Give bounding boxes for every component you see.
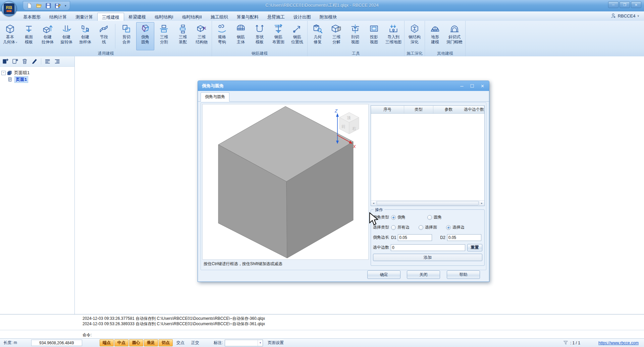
- snap-toggle[interactable]: 切点: [159, 339, 173, 346]
- ribbon-button[interactable]: 剖切 视图˅: [346, 22, 364, 50]
- snap-toggle[interactable]: 正交: [188, 339, 202, 346]
- snap-toggle[interactable]: 中点: [114, 339, 128, 346]
- dialog-minimize-icon[interactable]: ─: [460, 84, 463, 89]
- ribbon-button[interactable]: 导入到 三维地图˅: [384, 22, 403, 50]
- ribbon-button[interactable]: 剪切 合并˅: [117, 22, 136, 50]
- ribbon-button[interactable]: K 三维 结构物˅: [193, 22, 211, 50]
- dialog-titlebar[interactable]: 倒角与圆角 ─ ☐ ✕: [198, 81, 489, 91]
- ribbon-button[interactable]: 钢筋 布置面˅: [269, 22, 287, 50]
- app-logo-button[interactable]: RB CCE: [1, 1, 17, 16]
- menu-tab[interactable]: 算量与配料: [232, 13, 263, 21]
- collapse-icon[interactable]: −: [1, 71, 6, 75]
- menu-tab[interactable]: 临时结构I: [150, 13, 178, 21]
- tab-chamfer-fillet[interactable]: 倒角与圆角: [201, 92, 229, 102]
- page-setup-button[interactable]: 页面设置: [268, 340, 284, 346]
- ribbon-button[interactable]: 创建 旋转体˅: [57, 22, 75, 50]
- ribbon-group-label: 施工深化: [405, 51, 424, 56]
- ribbon-button[interactable]: 斜切式 洞门帽檐˅: [445, 22, 464, 50]
- ok-button[interactable]: 确定: [367, 270, 400, 279]
- radio-option[interactable]: 倒角: [391, 214, 427, 220]
- snap-toggle[interactable]: 端点: [100, 339, 114, 346]
- scrollbar-thumb[interactable]: [377, 201, 479, 205]
- ribbon-button[interactable]: 钢筋 主体˅: [232, 22, 250, 50]
- menu-tab[interactable]: 测量计算: [71, 13, 97, 21]
- new-file-icon[interactable]: [26, 3, 33, 9]
- ribbon-button[interactable]: 三维 装配˅: [174, 22, 192, 50]
- open-file-icon[interactable]: [36, 3, 42, 9]
- close-button[interactable]: ✕: [631, 1, 641, 8]
- reset-button[interactable]: 重置: [467, 244, 482, 251]
- help-button[interactable]: 帮助: [447, 270, 480, 279]
- ribbon-button[interactable]: 地形 建模˅: [426, 22, 444, 50]
- radio-option[interactable]: 选择边: [446, 225, 474, 230]
- website-link[interactable]: https://www.rbcce.com: [598, 341, 639, 345]
- ribbon-button[interactable]: 创建 放样体˅: [76, 22, 94, 50]
- snap-toggle[interactable]: 交点: [173, 339, 187, 346]
- ribbon-button-label: 模板˅: [25, 40, 33, 45]
- radio-option[interactable]: 所有边: [391, 225, 419, 230]
- save-icon[interactable]: [45, 3, 51, 9]
- table-header-cell[interactable]: 参数: [433, 106, 464, 113]
- outdent-icon[interactable]: [44, 58, 51, 65]
- scroll-right-icon[interactable]: ►: [479, 201, 484, 206]
- snap-toggle[interactable]: 圆心: [129, 339, 143, 346]
- rename-icon[interactable]: [31, 58, 38, 65]
- ribbon-button[interactable]: 几何 修复˅: [309, 22, 327, 50]
- user-menu[interactable]: RBCCE4 ∨: [611, 13, 639, 18]
- delete-icon[interactable]: [21, 58, 28, 65]
- save-as-icon[interactable]: [55, 3, 61, 9]
- close-button[interactable]: 关闭: [407, 270, 440, 279]
- ribbon-button[interactable]: 钢结构 深化˅: [406, 22, 424, 50]
- add-button[interactable]: 添加: [373, 254, 482, 261]
- menu-tab[interactable]: 临时结构II: [178, 13, 206, 21]
- model-viewport[interactable]: 顶 前 右 Z X: [202, 104, 369, 260]
- snap-toggle[interactable]: 垂足: [144, 339, 158, 346]
- annotation-combobox[interactable]: ▾: [225, 340, 263, 346]
- minimize-button[interactable]: ─: [608, 1, 619, 8]
- command-row[interactable]: 命令:: [0, 330, 644, 339]
- menu-tab[interactable]: 结构计算: [45, 13, 71, 21]
- ribbon-button[interactable]: 三维 分割˅: [155, 22, 173, 50]
- ribbon-button[interactable]: 投影 视图˅: [365, 22, 383, 50]
- ribbon-button[interactable]: 倒角 圆角˅: [136, 22, 154, 50]
- table-header-cell[interactable]: 类型: [404, 106, 433, 113]
- scroll-left-icon[interactable]: ◄: [371, 201, 376, 206]
- ribbon-button[interactable]: 规格 弯钩˅: [213, 22, 231, 50]
- tree-item-page[interactable]: 页面1: [7, 76, 73, 83]
- ribbon-button[interactable]: 钢筋 位置线˅: [288, 22, 306, 50]
- table-header-cell[interactable]: 选中边个数: [464, 106, 484, 113]
- tree-item-page-group[interactable]: − 页面组1: [1, 69, 73, 76]
- d1-input[interactable]: [398, 234, 432, 241]
- menu-tab[interactable]: 悬臂施工: [263, 13, 289, 21]
- add-page-icon[interactable]: [12, 58, 18, 65]
- add-page-group-icon[interactable]: [2, 58, 9, 65]
- menu-tab[interactable]: 基本图形: [19, 13, 45, 21]
- ribbon-button[interactable]: 形状 模板˅: [251, 22, 269, 50]
- restore-button[interactable]: ❐: [620, 1, 630, 8]
- menu-tab[interactable]: 桥梁建模: [124, 13, 150, 21]
- menu-tab[interactable]: 附加模块: [315, 13, 341, 21]
- selected-edges-input[interactable]: [391, 244, 465, 251]
- indent-icon[interactable]: [54, 58, 61, 65]
- ribbon-button[interactable]: 节段 线˅: [95, 22, 113, 50]
- qat-customize-chevron-icon[interactable]: ▾: [65, 4, 66, 7]
- dialog-maximize-icon[interactable]: ☐: [470, 84, 474, 89]
- section-view-icon: [350, 24, 360, 34]
- ribbon-button[interactable]: 基本 几何体˅: [1, 22, 19, 50]
- radio-option[interactable]: 选择面: [419, 225, 446, 230]
- ribbon-button[interactable]: ˅: [115, 24, 115, 49]
- menu-tab[interactable]: 三维建模: [97, 13, 124, 21]
- table-header-cell[interactable]: 序号: [371, 106, 404, 113]
- ribbon-button[interactable]: 截面 模板˅: [20, 22, 38, 50]
- section-template-icon: [24, 24, 34, 34]
- combo-arrow-icon[interactable]: ▾: [258, 340, 263, 346]
- menu-tab[interactable]: 设计出图: [289, 13, 315, 21]
- ribbon-button[interactable]: 三维 分解˅: [327, 22, 345, 50]
- d2-input[interactable]: [447, 234, 481, 241]
- projection-view-icon: [369, 24, 379, 34]
- table-body-empty[interactable]: [371, 114, 484, 200]
- menu-tab[interactable]: 施工组织: [206, 13, 232, 21]
- ribbon-button[interactable]: 创建 拉伸体˅: [39, 22, 57, 50]
- radio-option[interactable]: 圆角: [427, 214, 464, 220]
- dialog-close-icon[interactable]: ✕: [481, 84, 484, 89]
